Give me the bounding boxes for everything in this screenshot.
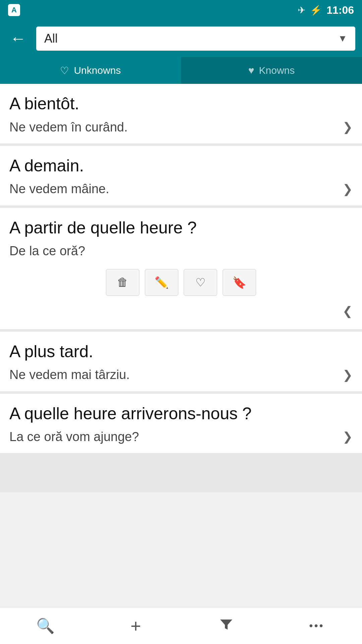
- card-3-translation: De la ce oră?: [9, 243, 353, 259]
- delete-button[interactable]: 🗑: [106, 269, 139, 296]
- search-icon: 🔍: [36, 617, 55, 635]
- tab-unknowns-label: Unknowns: [74, 65, 121, 76]
- svg-marker-0: [220, 620, 232, 630]
- chevron-down-icon[interactable]: ❯: [343, 182, 353, 196]
- chevron-up-icon[interactable]: ❯: [343, 306, 353, 320]
- status-icons: ✈ ⚡ 11:06: [298, 4, 354, 16]
- card-2-phrase: A demain.: [9, 155, 353, 176]
- airplane-icon: ✈: [298, 5, 305, 16]
- card-4[interactable]: A plus tard. Ne vedem mai târziu. ❯: [0, 332, 362, 392]
- back-button[interactable]: ←: [7, 27, 29, 50]
- status-time: 11:06: [326, 4, 354, 16]
- card-5[interactable]: A quelle heure arriverons-nous ? La ce o…: [0, 394, 362, 454]
- filter-icon: [219, 617, 234, 635]
- card-4-phrase: A plus tard.: [9, 341, 353, 362]
- app-icon: A: [8, 4, 20, 16]
- more-nav-button[interactable]: •••: [297, 612, 337, 639]
- pencil-icon: ✏️: [155, 276, 169, 289]
- chevron-down-icon[interactable]: ❯: [343, 368, 353, 382]
- heart-outline-icon: ♡: [60, 65, 69, 76]
- card-5-phrase: A quelle heure arriverons-nous ?: [9, 403, 353, 424]
- card-5-translation: La ce oră vom ajunge?: [9, 429, 353, 445]
- chevron-down-icon: ▼: [338, 33, 347, 44]
- bookmark-button[interactable]: 🔖: [223, 269, 256, 296]
- add-nav-button[interactable]: +: [116, 612, 156, 639]
- heart-filled-icon: ♥: [248, 65, 254, 76]
- dropdown-value: All: [44, 32, 58, 46]
- battery-icon: ⚡: [310, 5, 322, 16]
- tab-unknowns[interactable]: ♡ Unknowns: [0, 57, 181, 84]
- search-nav-button[interactable]: 🔍: [25, 612, 65, 639]
- chevron-down-icon[interactable]: ❯: [343, 120, 353, 134]
- card-3[interactable]: A partir de quelle heure ? De la ce oră?…: [0, 208, 362, 330]
- more-dots-icon: •••: [309, 620, 324, 632]
- card-2[interactable]: A demain. Ne vedem mâine. ❯: [0, 146, 362, 206]
- heart-icon: ♡: [195, 276, 205, 289]
- card-1-phrase: A bientôt.: [9, 93, 353, 114]
- cards-container: A bientôt. Ne vedem în curând. ❯ A demai…: [0, 84, 362, 492]
- tab-bar: ♡ Unknowns ♥ Knowns: [0, 57, 362, 84]
- toolbar: ← All ▼: [0, 20, 362, 57]
- card-4-translation: Ne vedem mai târziu.: [9, 367, 353, 383]
- trash-icon: 🗑: [117, 276, 128, 289]
- status-bar: A ✈ ⚡ 11:06: [0, 0, 362, 20]
- tab-knowns-label: Knowns: [259, 65, 295, 76]
- bookmark-icon: 🔖: [232, 276, 246, 289]
- edit-button[interactable]: ✏️: [145, 269, 178, 296]
- card-2-translation: Ne vedem mâine.: [9, 181, 353, 197]
- plus-icon: +: [130, 615, 141, 636]
- card-1[interactable]: A bientôt. Ne vedem în curând. ❯: [0, 84, 362, 144]
- chevron-down-icon[interactable]: ❯: [343, 430, 353, 444]
- card-3-phrase: A partir de quelle heure ?: [9, 217, 353, 238]
- card-1-translation: Ne vedem în curând.: [9, 119, 353, 136]
- bottom-nav: 🔍 + •••: [0, 607, 362, 644]
- tab-knowns[interactable]: ♥ Knowns: [181, 57, 362, 84]
- card-3-actions: 🗑 ✏️ ♡ 🔖: [9, 269, 353, 296]
- filter-dropdown[interactable]: All ▼: [36, 26, 355, 51]
- favorite-button[interactable]: ♡: [184, 269, 217, 296]
- filter-nav-button[interactable]: [206, 612, 246, 639]
